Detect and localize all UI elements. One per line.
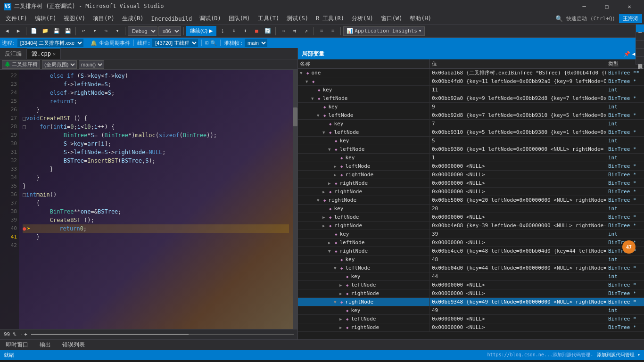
tree-row[interactable]: ▶◆rightNode0x00bb4e88 {key=39 leftNode=0… [298,222,644,230]
toolbar-dbg1[interactable]: → [278,26,289,36]
tree-row[interactable]: ▼◆leftNode0x00bb9310 {key=5 leftNode=0x0… [298,128,644,137]
restore-button[interactable]: □ [596,0,618,13]
code-lines[interactable]: else if (S->key < f->key) f->leftNode = … [19,70,293,329]
tree-row[interactable]: ◆key49int [298,306,644,315]
tree-row[interactable]: ▼◆leftNode0x00bb9380 {key=1 leftNode=0x0… [298,145,644,154]
open-button[interactable]: 📁 [40,26,50,36]
tree-row[interactable]: ◆key5int [298,137,644,145]
sidebar-item-debug1[interactable]: 调试 [636,41,644,49]
tree-row[interactable]: ▶◆leftNode0x00000000 <NULL>BinTree * [298,315,644,323]
tab-disassembly[interactable]: 反汇编 [0,49,27,59]
expand-icon[interactable]: ▶ [339,317,344,321]
stack-select[interactable]: main [245,39,267,47]
expand-icon[interactable]: ▼ [317,198,322,203]
undo-button[interactable]: ↩ [78,26,89,36]
sidebar-item-test[interactable]: 测试 [636,33,644,41]
menu-rtools[interactable]: R 工具(R) [312,13,348,25]
tree-row[interactable]: ▼◆0x00bb4fd0 {key=11 leftNode=0x00bb92a0… [298,77,644,86]
expand-icon[interactable]: ▶ [334,173,339,177]
step-over-button[interactable]: ⤵ [217,26,228,36]
tree-row[interactable]: ◆key48int [298,255,644,264]
expand-icon[interactable]: ▶ [334,164,339,169]
sidebar-item-diagnostics[interactable]: 诊断工具 [636,25,644,33]
menu-build[interactable]: 生成(B) [118,13,148,25]
forward-button[interactable]: ▶ [13,26,24,36]
tree-row[interactable]: ▶◆leftNode0x00000000 <NULL>BinTree * [298,162,644,171]
menu-analyze[interactable]: 分析(N) [348,13,377,25]
save-all-button[interactable]: 💾 [63,26,73,36]
tab-source[interactable]: 源.cpp ✕ [27,49,61,59]
application-insights-button[interactable]: 📊 Application Insights ▾ [343,26,425,36]
tree-row[interactable]: ▼◆rightNode0x00bb4ec0 {key=48 leftNode=0… [298,247,644,255]
toolbar-misc2[interactable]: ≡ [328,26,338,36]
tree-row[interactable]: ▶◆rightNode0x00000000 <NULL>BinTree * [298,323,644,332]
menu-tools[interactable]: 工具(T) [254,13,283,25]
restart-button[interactable]: 🔄 [263,26,273,36]
stop-button[interactable]: ■ [251,26,262,36]
hscroll-bar[interactable] [31,334,294,335]
locals-tree[interactable]: ▼◆one0x00aba168 {二叉排序树.exeIBinTree *BSTr… [298,69,644,339]
step-out-button[interactable]: ⬆ [240,26,250,36]
sidebar-item-debug2[interactable]: 调试 [636,49,644,57]
menu-edit[interactable]: 编辑(E) [31,13,60,25]
menu-view[interactable]: 视图(V) [60,13,89,25]
process-select[interactable]: [33404] 二叉排序树.exe [17,39,83,47]
expand-icon[interactable]: ▼ [322,130,327,135]
tab-output[interactable]: 输出 [38,341,53,349]
expand-icon[interactable]: ▶ [339,291,344,296]
debug-config-dropdown[interactable]: Debug [128,26,157,36]
tab-immediate[interactable]: 即时窗口 [4,341,30,349]
tree-row[interactable]: ◆key9int [298,103,644,111]
back-button[interactable]: ◀ [2,26,12,36]
editor-vscroll[interactable] [293,70,297,329]
tree-row[interactable]: ◆key7int [298,120,644,128]
function-dropdown[interactable]: main() [79,60,104,69]
platform-dropdown[interactable]: x86 [158,26,181,36]
tree-row[interactable]: ▼◆rightNode0x00bb5008 {key=20 leftNode=0… [298,196,644,205]
sidebar-item-regression[interactable]: 回归测试器 [636,57,644,65]
tree-row[interactable]: ▼◆leftNode0x00bb92a0 {key=9 leftNode=0x0… [298,94,644,103]
expand-icon[interactable]: ▶ [322,223,327,228]
tree-row[interactable]: ▼◆rightNode0x00bb9348 {key=49 leftNode=0… [298,298,644,306]
menu-test[interactable]: 测试(S) [283,13,312,25]
redo-button[interactable]: ↪ [101,26,111,36]
new-file-button[interactable]: 📄 [29,26,39,36]
tree-row[interactable]: ▶◆rightNode0x00000000 <NULL>BinTree * [298,179,644,188]
step-into-button[interactable]: ⬇ [229,26,239,36]
expand-icon[interactable]: ▶ [339,325,344,330]
scope-dropdown[interactable]: (全局范围) [42,60,77,69]
menu-window[interactable]: 窗口(W) [377,13,406,25]
editor-vscroll-thumb[interactable] [293,107,297,126]
expand-icon[interactable]: ▼ [328,147,333,152]
continue-button[interactable]: 继续(C) ▶ [186,26,216,36]
expand-icon[interactable]: ▶ [328,240,333,245]
toolbar-misc1[interactable]: ≡ [316,26,327,36]
tree-row[interactable]: ▶◆leftNode0x00000000 <NULL>BinTree * [298,213,644,222]
code-content-area[interactable]: 2223242526 2728293031 3233343536 3738394… [0,70,297,329]
expand-icon[interactable]: ▼ [334,300,339,304]
expand-icon[interactable]: ▼ [317,113,322,118]
hscroll-thumb[interactable] [31,334,189,335]
user-button[interactable]: 王海涛 [619,14,642,23]
undo-dropdown[interactable]: ▾ [90,26,100,36]
tree-row[interactable]: ◆key39int [298,230,644,239]
zoom-out-button[interactable]: - [20,331,24,337]
expand-icon[interactable]: ▶ [339,283,344,288]
expand-icon[interactable]: ▼ [328,249,333,254]
locals-dockl-button[interactable]: ◀ [632,51,636,57]
tree-row[interactable]: ▼◆leftNode0x00bb04d0 {key=44 leftNode=0x… [298,264,644,272]
expand-icon[interactable]: ▶ [322,215,327,220]
tab-error-list[interactable]: 错误列表 [60,341,87,349]
tree-row[interactable]: ▼◆one0x00aba168 {二叉排序树.exeIBinTree *BSTr… [298,69,644,77]
menu-project[interactable]: 项目(P) [89,13,118,25]
tree-row[interactable]: ▶◆leftNode0x00000000 <NULL>BinTree * [298,239,644,247]
tab-close-icon[interactable]: ✕ [53,51,56,57]
minimize-button[interactable]: ─ [573,0,595,13]
zoom-in-button[interactable]: + [24,331,27,337]
tree-row[interactable]: ▶◆rightNode0x00000000 <NULL>BinTree * [298,188,644,196]
breakpoint-gutter[interactable] [0,70,4,329]
tree-row[interactable]: ▶◆leftNode0x00000000 <NULL>BinTree * [298,281,644,289]
thread-select[interactable]: [43720] 主线程 [152,39,198,47]
tree-row[interactable]: ◆key44int [298,272,644,281]
expand-icon[interactable]: ▼ [311,96,316,101]
